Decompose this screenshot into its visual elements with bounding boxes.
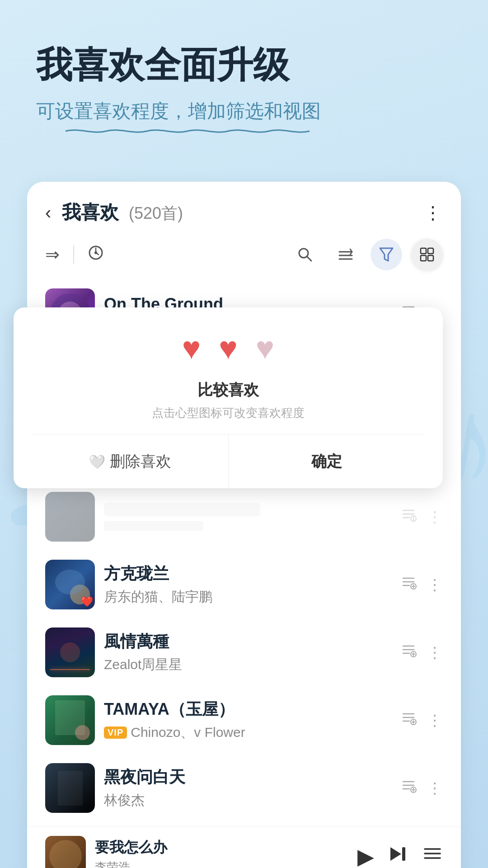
svg-rect-38 <box>402 847 405 861</box>
song-actions-6: ⋮ <box>397 642 443 662</box>
song-actions-4: ⋮ <box>397 507 443 527</box>
song-name-6: 風情萬種 <box>104 631 388 653</box>
svg-rect-12 <box>421 255 426 261</box>
back-button[interactable]: ‹ <box>45 203 51 223</box>
song-name-4 <box>104 503 260 516</box>
song-item-4[interactable]: ⋮ <box>41 483 447 551</box>
song-name-7: TAMAYA（玉屋） <box>104 698 388 721</box>
toolbar-left: ⇒ <box>45 245 280 265</box>
header-area: 我喜欢全面升级 可设置喜欢程度，增加筛选和视图 <box>0 0 488 164</box>
svg-marker-37 <box>390 847 401 861</box>
song-artist-row-8: 林俊杰 <box>104 791 388 810</box>
add-to-playlist-button-8[interactable] <box>397 778 420 798</box>
more-song-button-5[interactable]: ⋮ <box>427 576 443 594</box>
player-artist: 李荣浩 <box>95 859 348 868</box>
add-to-playlist-button-7[interactable] <box>397 710 420 730</box>
player-next-button[interactable] <box>388 844 408 868</box>
popup-hint: 点击心型图标可改变喜欢程度 <box>32 405 425 421</box>
song-item-5[interactable]: ❤️ 方克珑兰 房东的猫、陆宇鹏 ⋮ <box>41 551 447 618</box>
svg-rect-11 <box>428 248 433 254</box>
filter-button[interactable] <box>371 239 402 270</box>
song-info-5: 方克珑兰 房东的猫、陆宇鹏 <box>104 563 388 606</box>
song-name-8: 黑夜问白天 <box>104 766 388 788</box>
song-artist-row-4 <box>104 521 388 531</box>
popup-actions: 🤍 删除喜欢 确定 <box>32 434 425 488</box>
heart-level-1[interactable]: ♥ <box>182 330 201 366</box>
svg-line-3 <box>96 253 99 255</box>
more-song-button-7[interactable]: ⋮ <box>427 711 443 729</box>
player-thumb <box>45 836 86 868</box>
toolbar-right <box>289 239 443 270</box>
song-thumb-8 <box>45 763 95 813</box>
history-button[interactable] <box>88 245 104 265</box>
player-bar: 要我怎么办 李荣浩 ▶ <box>27 826 461 868</box>
song-artist-row-5: 房东的猫、陆宇鹏 <box>104 588 388 606</box>
player-controls: ▶ <box>357 844 443 868</box>
confirm-button[interactable]: 确定 <box>229 435 425 488</box>
grid-view-button[interactable] <box>411 239 443 270</box>
page-title: 我喜欢全面升级 <box>36 45 452 85</box>
card-title: 我喜欢 (520首) <box>62 200 183 225</box>
song-info-6: 風情萬種 Zealot周星星 <box>104 631 388 674</box>
song-actions-7: ⋮ <box>397 710 443 730</box>
svg-line-5 <box>307 256 311 261</box>
player-playlist-button[interactable] <box>422 844 443 868</box>
heart-level-3[interactable]: ♥ <box>256 330 275 366</box>
sort-button[interactable] <box>330 239 361 270</box>
song-info-8: 黑夜问白天 林俊杰 <box>104 766 388 810</box>
song-thumb-7 <box>45 695 95 745</box>
song-item-7[interactable]: TAMAYA（玉屋） VIP Chinozo、v Flower ⋮ <box>41 686 447 754</box>
song-artist-7: Chinozo、v Flower <box>131 723 245 742</box>
song-thumb-5: ❤️ <box>45 560 95 609</box>
svg-marker-9 <box>380 248 393 261</box>
add-to-playlist-button-6[interactable] <box>397 642 420 662</box>
main-card: ‹ 我喜欢 (520首) ⋮ ⇒ <box>27 182 461 868</box>
song-artist-row-6: Zealot周星星 <box>104 656 388 674</box>
search-button[interactable] <box>289 239 321 270</box>
song-info-7: TAMAYA（玉屋） VIP Chinozo、v Flower <box>104 698 388 742</box>
song-thumb-4 <box>45 492 95 542</box>
popup-preference-label: 比较喜欢 <box>32 380 425 401</box>
player-song-name: 要我怎么办 <box>95 838 348 858</box>
add-to-playlist-button-4[interactable] <box>397 507 420 527</box>
song-info-4 <box>104 503 388 531</box>
heart-level-2[interactable]: ♥ <box>219 330 238 366</box>
player-play-button[interactable]: ▶ <box>357 844 374 868</box>
add-to-playlist-button-5[interactable] <box>397 575 420 594</box>
toolbar-divider <box>73 245 74 264</box>
heart-badge-5: ❤️ <box>81 596 93 608</box>
song-actions-8: ⋮ <box>397 778 443 798</box>
play-all-button[interactable]: ⇒ <box>45 245 60 264</box>
heart-delete-icon: 🤍 <box>89 454 105 470</box>
song-actions-5: ⋮ <box>397 575 443 594</box>
more-song-button-4[interactable]: ⋮ <box>427 508 443 526</box>
song-artist-8: 林俊杰 <box>104 791 145 810</box>
card-header-left: ‹ 我喜欢 (520首) <box>45 200 183 225</box>
card-header: ‹ 我喜欢 (520首) ⋮ <box>27 182 461 234</box>
svg-rect-13 <box>428 255 433 261</box>
toolbar: ⇒ <box>27 234 461 279</box>
song-item-6[interactable]: 風情萬種 Zealot周星星 ⋮ <box>41 618 447 686</box>
delete-like-button[interactable]: 🤍 删除喜欢 <box>32 435 229 488</box>
page-subtitle: 可设置喜欢程度，增加筛选和视图 <box>36 99 321 124</box>
heart-preference-popup: ♥ ♥ ♥ 比较喜欢 点击心型图标可改变喜欢程度 🤍 删除喜欢 确定 <box>14 307 443 488</box>
song-thumb-6 <box>45 627 95 677</box>
card-more-button[interactable]: ⋮ <box>424 202 443 223</box>
svg-rect-10 <box>421 248 426 254</box>
song-artist-6: Zealot周星星 <box>104 656 182 674</box>
wave-decoration <box>36 127 321 137</box>
song-artist-5: 房东的猫、陆宇鹏 <box>104 588 212 606</box>
more-song-button-8[interactable]: ⋮ <box>427 779 443 797</box>
more-song-button-6[interactable]: ⋮ <box>427 643 443 661</box>
song-artist-row-7: VIP Chinozo、v Flower <box>104 723 388 742</box>
player-info: 要我怎么办 李荣浩 <box>95 838 348 868</box>
subtitle-wrapper: 可设置喜欢程度，增加筛选和视图 <box>36 99 321 137</box>
vip-badge-7: VIP <box>104 726 127 739</box>
song-name-5: 方克珑兰 <box>104 563 388 585</box>
song-item-8[interactable]: 黑夜问白天 林俊杰 ⋮ <box>41 754 447 822</box>
heart-selector: ♥ ♥ ♥ <box>32 330 425 366</box>
